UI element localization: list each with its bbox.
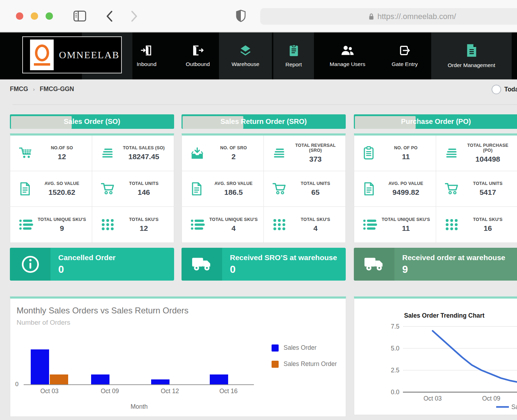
divider xyxy=(12,104,517,105)
stat-po-2: AVG. PO VALUE 9499.82 xyxy=(354,171,436,207)
line-chart-x-tick: Oct 09 xyxy=(482,395,500,402)
cart-outline-icon xyxy=(272,182,288,196)
stat-value: 1520.62 xyxy=(36,188,88,197)
stat-value: 9499.82 xyxy=(380,188,432,197)
stat-label: TOTAL UNITS xyxy=(462,181,514,186)
breadcrumb-item-fmcg[interactable]: FMCG xyxy=(10,85,28,93)
stat-value: 2 xyxy=(208,152,259,161)
bar-sales-order-Oct-03 xyxy=(31,349,49,384)
legend-swatch xyxy=(272,361,279,368)
app-window: https://.omneelab.com/ OMNEELAB InboundO… xyxy=(0,0,517,420)
breadcrumb-bar: FMCG › FMCG-GGN Toda xyxy=(0,79,517,114)
list-bullets-icon xyxy=(19,219,34,230)
stat-value: 373 xyxy=(290,155,341,163)
stat-sro-5: TOTAL SKU'S 4 xyxy=(264,207,346,242)
close-window-button[interactable] xyxy=(16,12,23,20)
card-po: Purchase Order (PO) NO. OF PO 11 TOTAL P… xyxy=(354,114,517,281)
stat-label: TOTAL UNITS xyxy=(118,181,170,186)
legend-item-sales-order: Sales Order xyxy=(272,344,337,352)
stat-po-1: TOTAL PURCHASE (PO) 104498 xyxy=(436,136,517,171)
card-sro: Sales Return Order (SRO) NO. OF SRO 2 TO… xyxy=(182,114,346,281)
stat-value: 12 xyxy=(36,152,88,161)
banner-so: Cancelled Order 0 xyxy=(10,248,174,281)
bar-chart-x-tick: Oct 16 xyxy=(211,388,246,395)
card-title: Purchase Order (PO) xyxy=(354,114,517,129)
brand-logo[interactable]: OMNEELAB xyxy=(22,36,122,73)
banner-title: Received SRO’S at warehouse xyxy=(230,253,337,262)
manage-users-icon xyxy=(340,44,355,56)
banner-po: Received order at warehouse 9 xyxy=(354,248,517,281)
line-chart-y-tick: 0.0 xyxy=(391,389,400,396)
bar-chart-legend: Sales OrderSales Return Order xyxy=(272,344,337,368)
nav-item-report[interactable]: Report xyxy=(273,32,314,79)
bar-sales-order-Oct-09 xyxy=(91,374,109,384)
nav-items: InboundOutboundWarehouseReportManage Use… xyxy=(129,32,512,79)
stat-value: 5417 xyxy=(462,188,514,197)
stat-label: TOTAL REVERSAL (SRO) xyxy=(290,143,341,153)
stat-po-0: NO. OF PO 11 xyxy=(354,136,436,171)
stat-sro-3: TOTAL UNITS 65 xyxy=(264,171,346,207)
brand-name: OMNEELAB xyxy=(59,49,120,61)
nav-item-inbound[interactable]: Inbound xyxy=(129,32,164,79)
dots-grid-icon xyxy=(272,218,286,231)
stat-value: 65 xyxy=(290,188,341,197)
sidebar-toggle-icon[interactable] xyxy=(73,10,87,22)
maximize-window-button[interactable] xyxy=(46,12,53,20)
card-header-so: Sales Order (SO) xyxy=(10,114,174,129)
list-bullets-icon xyxy=(190,219,206,230)
card-title: Sales Return Order (SRO) xyxy=(182,114,346,129)
line-chart-plot: 0.02.55.07.5Oct 03Oct 09Sa xyxy=(354,311,517,418)
forward-icon[interactable] xyxy=(131,11,138,22)
nav-item-order-management[interactable]: Order Management xyxy=(431,32,512,79)
list-bullets-icon xyxy=(363,219,378,230)
card-title: Sales Order (SO) xyxy=(10,114,174,129)
stat-value: 11 xyxy=(380,152,432,161)
monthly-orders-bar-chart: Monthly Sales Orders vs Sales Return Ord… xyxy=(10,296,346,417)
date-filter: Toda xyxy=(492,85,517,94)
clipboard-icon xyxy=(363,146,375,160)
card-so: Sales Order (SO) NO.OF SO 12 TOTAL SALES… xyxy=(10,114,174,281)
gate-entry-icon xyxy=(398,44,411,56)
nav-item-warehouse[interactable]: Warehouse xyxy=(219,32,272,79)
bar-chart-x-tick: Oct 12 xyxy=(152,388,188,395)
stat-label: AVG. PO VALUE xyxy=(380,181,432,186)
stat-label: NO.OF SO xyxy=(36,145,88,150)
nav-item-manage-users[interactable]: Manage Users xyxy=(317,32,378,79)
dots-grid-icon xyxy=(101,218,115,231)
back-icon[interactable] xyxy=(106,11,113,22)
document-icon xyxy=(363,182,375,196)
stat-label: NO. OF SRO xyxy=(208,145,259,150)
bar-sales-return-order-Oct-03 xyxy=(50,374,68,384)
nav-item-label: Report xyxy=(285,61,302,68)
bar-sales-order-Oct-16 xyxy=(210,374,228,384)
document-icon xyxy=(19,182,31,196)
breadcrumb-item-fmcg-ggn[interactable]: FMCG-GGN xyxy=(40,85,74,93)
nav-item-label: Order Management xyxy=(448,62,495,68)
nav-item-label: Inbound xyxy=(137,61,156,67)
stat-value: 12 xyxy=(118,224,170,233)
today-radio[interactable] xyxy=(492,85,501,94)
banner-title: Cancelled Order xyxy=(58,253,115,262)
truck-icon xyxy=(363,256,385,273)
line-chart-y-tick: 2.5 xyxy=(391,367,399,374)
bar-chart-y-tick: 0 xyxy=(15,381,18,388)
stat-value: 11 xyxy=(380,224,432,233)
bar-chart-title: Monthly Sales Orders vs Sales Return Ord… xyxy=(17,306,189,316)
stat-label: TOTAL UNIQUE SKU'S xyxy=(208,217,259,222)
nav-item-label: Warehouse xyxy=(232,61,260,67)
address-bar[interactable]: https://.omneelab.com/ xyxy=(260,8,517,25)
stat-value: 186.5 xyxy=(208,188,259,197)
info-icon xyxy=(20,254,40,274)
minimize-window-button[interactable] xyxy=(31,12,38,20)
nav-item-outbound[interactable]: Outbound xyxy=(178,32,217,79)
stat-so-3: TOTAL UNITS 146 xyxy=(92,171,174,207)
line-chart-y-tick: 7.5 xyxy=(391,323,399,330)
nav-item-gate-entry[interactable]: Gate Entry xyxy=(382,32,428,79)
stat-value: 104498 xyxy=(462,155,514,163)
line-chart-series xyxy=(433,331,517,382)
shield-icon[interactable] xyxy=(235,9,246,23)
stat-so-1: TOTAL SALES (SO) 18247.45 xyxy=(92,136,174,171)
inbound-door-icon xyxy=(140,44,153,56)
order-management-icon xyxy=(465,43,477,58)
stat-label: TOTAL SKU'S xyxy=(462,217,514,222)
